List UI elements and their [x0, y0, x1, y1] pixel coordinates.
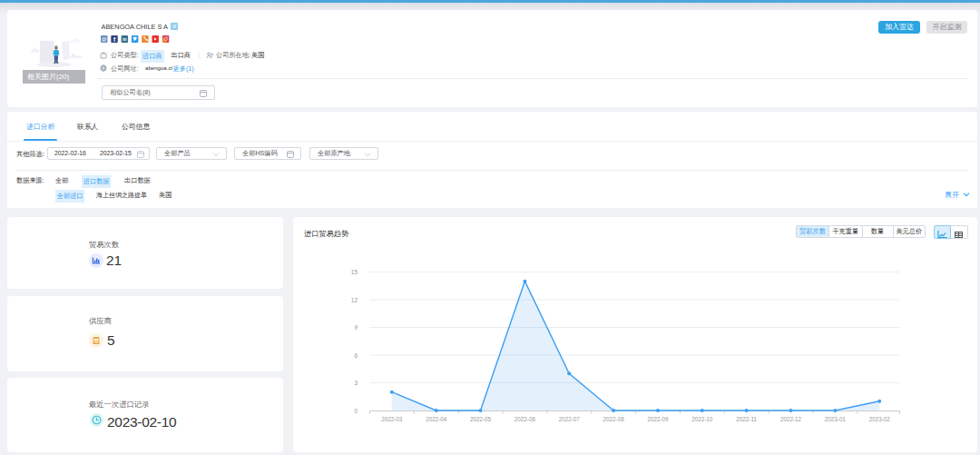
- svg-text:9: 9: [354, 324, 358, 331]
- svg-text:6: 6: [354, 352, 358, 359]
- svg-text:2023-02: 2023-02: [869, 416, 891, 422]
- svg-text:2023-01: 2023-01: [825, 416, 847, 422]
- svg-text:译: 译: [172, 24, 177, 29]
- svg-text:12: 12: [351, 297, 358, 303]
- svg-text:@: @: [102, 36, 107, 42]
- svg-text:2022-05: 2022-05: [470, 416, 492, 422]
- svg-text:3: 3: [354, 380, 358, 386]
- svg-text:15: 15: [351, 269, 358, 275]
- svg-text:2022-12: 2022-12: [780, 416, 802, 422]
- svg-text:2022-04: 2022-04: [426, 416, 447, 422]
- svg-text:2022-06: 2022-06: [514, 416, 536, 422]
- svg-text:2022-11: 2022-11: [736, 416, 757, 422]
- svg-text:2022-07: 2022-07: [559, 416, 581, 422]
- svg-text:2022-03: 2022-03: [381, 416, 403, 422]
- svg-text:in: in: [122, 37, 126, 42]
- svg-text:2022-10: 2022-10: [691, 416, 713, 422]
- svg-text:2022-08: 2022-08: [603, 416, 625, 422]
- svg-text:2022-09: 2022-09: [647, 416, 669, 422]
- svg-text:0: 0: [354, 408, 358, 414]
